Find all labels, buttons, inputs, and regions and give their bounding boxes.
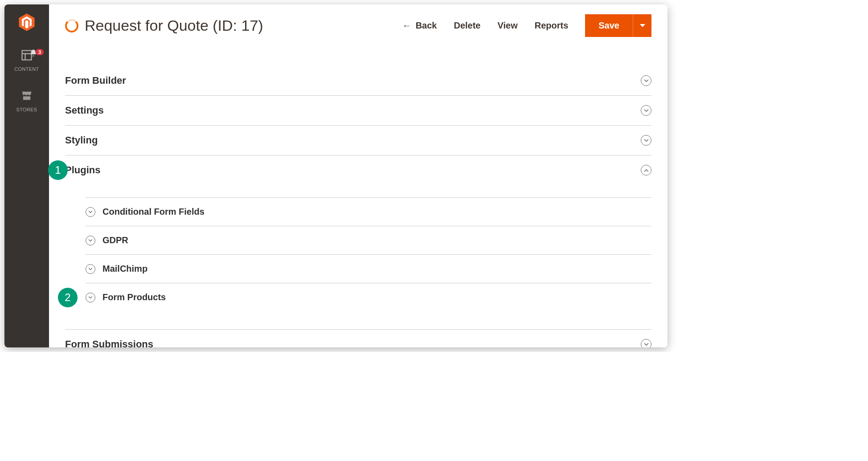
sub-item-form-products[interactable]: 2 Form Products: [86, 283, 651, 311]
view-label: View: [497, 20, 517, 31]
chevron-down-icon: [86, 293, 95, 302]
sidebar-item-content[interactable]: CONTENT 3: [4, 45, 49, 75]
save-button-group: Save: [585, 14, 651, 37]
chevron-down-icon: [86, 207, 95, 217]
main-content: Request for Quote (ID: 17) ← Back Delete…: [49, 4, 667, 347]
chevron-down-icon: [641, 75, 651, 86]
section-title: Plugins: [65, 164, 100, 176]
save-button[interactable]: Save: [585, 14, 633, 37]
section-title: Settings: [65, 105, 104, 116]
stores-icon: [20, 90, 33, 105]
sub-item-conditional-fields[interactable]: Conditional Form Fields: [86, 197, 651, 226]
accordion: Form Builder Settings Styling 1 Plugins: [49, 48, 667, 347]
back-label: Back: [416, 20, 437, 31]
chevron-down-icon: [641, 339, 651, 347]
chevron-down-icon: [641, 135, 651, 146]
section-title: Form Submissions: [65, 339, 153, 347]
notification-count: 3: [36, 49, 44, 55]
chevron-down-icon: [86, 264, 95, 274]
spinner-icon: [65, 19, 78, 33]
section-form-builder[interactable]: Form Builder: [65, 66, 651, 96]
chevron-down-icon: [86, 236, 95, 245]
section-plugins[interactable]: 1 Plugins: [65, 155, 651, 185]
page-header: Request for Quote (ID: 17) ← Back Delete…: [49, 4, 667, 48]
sidebar-item-label: CONTENT: [14, 66, 39, 72]
section-settings[interactable]: Settings: [65, 96, 651, 126]
magento-logo-icon[interactable]: [17, 12, 37, 32]
back-button[interactable]: ← Back: [402, 20, 437, 31]
sub-item-label: GDPR: [102, 235, 128, 245]
sub-item-label: MailChimp: [102, 264, 147, 274]
delete-button[interactable]: Delete: [454, 20, 480, 31]
view-button[interactable]: View: [497, 20, 517, 31]
notification-badge-wrap[interactable]: 3: [29, 49, 44, 59]
sub-item-label: Conditional Form Fields: [102, 207, 205, 217]
section-styling[interactable]: Styling: [65, 126, 651, 155]
reports-label: Reports: [535, 20, 569, 31]
section-title: Styling: [65, 135, 98, 146]
sub-item-mailchimp[interactable]: MailChimp: [86, 255, 651, 283]
sidebar-item-stores[interactable]: STORES: [4, 86, 49, 116]
reports-button[interactable]: Reports: [535, 20, 569, 31]
sidebar: CONTENT 3 STORES: [4, 4, 49, 347]
arrow-left-icon: ←: [402, 20, 411, 31]
page-title: Request for Quote (ID: 17): [85, 17, 263, 34]
sidebar-item-label: STORES: [16, 107, 37, 112]
delete-label: Delete: [454, 20, 480, 31]
plugins-sublist: Conditional Form Fields GDPR MailChimp 2: [65, 185, 651, 311]
callout-badge-2: 2: [58, 288, 78, 307]
section-form-submissions[interactable]: Form Submissions: [65, 329, 651, 347]
chevron-up-icon: [641, 165, 651, 175]
chevron-down-icon: [639, 24, 646, 28]
chevron-down-icon: [641, 105, 651, 116]
sub-item-gdpr[interactable]: GDPR: [86, 226, 651, 255]
callout-badge-1: 1: [48, 160, 68, 180]
save-dropdown-button[interactable]: [633, 14, 651, 37]
sub-item-label: Form Products: [102, 292, 166, 302]
section-title: Form Builder: [65, 75, 126, 86]
header-actions: ← Back Delete View Reports Save: [402, 14, 651, 37]
